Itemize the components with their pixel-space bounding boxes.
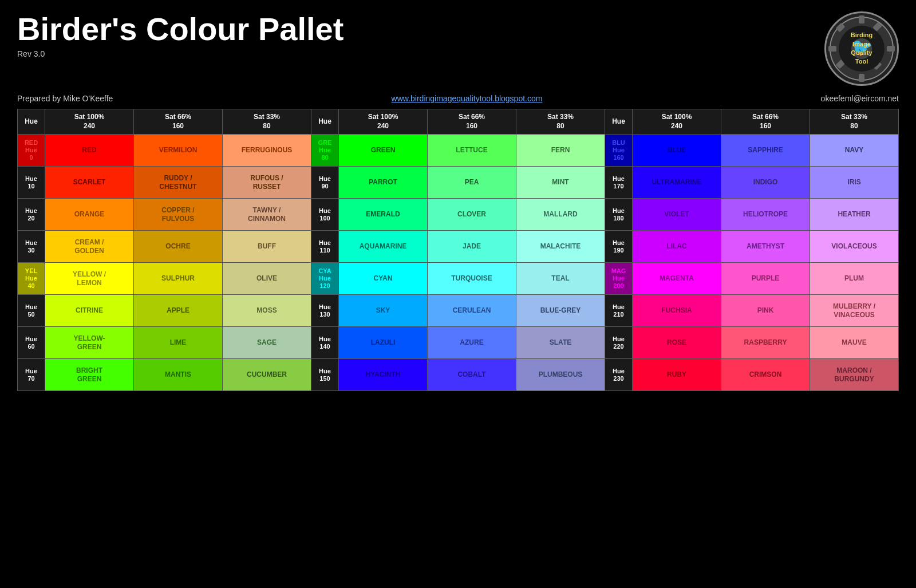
colour-cell: BUFF [223,231,311,263]
logo-text: BirdingImageQualityTool [851,31,873,66]
hue-label-1: Hue70 [18,359,45,391]
colour-cell: VERMILION [134,135,223,167]
hue-label-3: Hue180 [605,199,633,231]
colour-cell: PARROT [339,167,428,199]
colour-cell: MANTIS [134,359,223,391]
colour-cell: NAVY [810,135,899,167]
hue-label-1: Hue50 [18,295,45,327]
colour-cell: PURPLE [721,263,810,295]
colour-cell: TURQUOISE [428,263,516,295]
colour-cell: TAWNY /CINNAMON [223,199,311,231]
colour-cell: LAZULI [339,327,428,359]
colour-cell: MAUVE [810,327,899,359]
meta-row: Prepared by Mike O'Keeffe www.birdingima… [0,92,916,109]
col-sat66-1: Sat 66%160 [134,109,223,135]
col-sat33-3: Sat 33%80 [810,109,899,135]
svg-rect-4 [887,46,895,52]
colour-cell: RUFOUS /RUSSET [223,167,311,199]
colour-cell: AQUAMARINE [339,231,428,263]
colour-cell: ULTRAMARINE [633,167,721,199]
colour-cell: COBALT [428,359,516,391]
hue-label-3: Hue210 [605,295,633,327]
colour-cell: ROSE [633,327,721,359]
colour-cell: VIOLET [633,199,721,231]
email: okeefeml@eircom.net [821,94,899,103]
svg-rect-2 [859,74,864,82]
colour-cell: SAPPHIRE [721,135,810,167]
page-title: Birder's Colour Pallet [17,11,344,47]
colour-cell: RED [45,135,134,167]
table-row: YELHue40YELLOW /LEMONSULPHUROLIVECYAHue1… [18,263,899,295]
colour-cell: ORANGE [45,199,134,231]
col-hue1: Hue [18,109,45,135]
hue-label-1: REDHue0 [18,135,45,167]
hue-label-2: Hue130 [311,295,339,327]
hue-label-3: BLUHue160 [605,135,633,167]
colour-cell: LIME [134,327,223,359]
colour-cell: HELIOTROPE [721,199,810,231]
hue-label-1: YELHue40 [18,263,45,295]
hue-label-3: Hue230 [605,359,633,391]
hue-label-2: Hue90 [311,167,339,199]
colour-cell: AMETHYST [721,231,810,263]
table-row: Hue30CREAM /GOLDENOCHREBUFFHue110AQUAMAR… [18,231,899,263]
colour-cell: FERN [516,135,605,167]
hue-label-2: Hue100 [311,199,339,231]
col-hue2: Hue [311,109,339,135]
prepared-by: Prepared by Mike O'Keeffe [17,94,113,103]
table-row: Hue70BRIGHTGREENMANTISCUCUMBERHue150HYAC… [18,359,899,391]
website-link[interactable]: www.birdingimagequalitytool.blogspot.com [392,94,543,103]
col-sat100-1: Sat 100%240 [45,109,134,135]
col-sat33-2: Sat 33%80 [516,109,605,135]
colour-cell: TEAL [516,263,605,295]
colour-cell: OCHRE [134,231,223,263]
colour-cell: CRIMSON [721,359,810,391]
title-block: Birder's Colour Pallet Rev 3.0 [17,11,344,58]
table-row: Hue60YELLOW-GREENLIMESAGEHue140LAZULIAZU… [18,327,899,359]
table-row: Hue50CITRINEAPPLEMOSSHue130SKYCERULEANBL… [18,295,899,327]
colour-cell: RASPBERRY [721,327,810,359]
colour-cell: RUBY [633,359,721,391]
colour-table: Hue Sat 100%240 Sat 66%160 Sat 33%80 Hue… [17,109,899,391]
colour-cell: INDIGO [721,167,810,199]
colour-cell: EMERALD [339,199,428,231]
colour-cell: PINK [721,295,810,327]
hue-label-2: Hue140 [311,327,339,359]
hue-label-2: Hue150 [311,359,339,391]
colour-cell: COPPER /FULVOUS [134,199,223,231]
colour-cell: SAGE [223,327,311,359]
hue-label-1: Hue20 [18,199,45,231]
table-header-row: Hue Sat 100%240 Sat 66%160 Sat 33%80 Hue… [18,109,899,135]
colour-cell: HEATHER [810,199,899,231]
table-row: Hue10SCARLETRUDDY /CHESTNUTRUFOUS /RUSSE… [18,167,899,199]
col-sat100-2: Sat 100%240 [339,109,428,135]
hue-label-1: Hue60 [18,327,45,359]
colour-cell: CREAM /GOLDEN [45,231,134,263]
colour-cell: FUCHSIA [633,295,721,327]
colour-cell: BLUE [633,135,721,167]
colour-cell: CUCUMBER [223,359,311,391]
hue-label-2: Hue110 [311,231,339,263]
colour-cell: APPLE [134,295,223,327]
hue-label-2: GREHue80 [311,135,339,167]
colour-cell: BRIGHTGREEN [45,359,134,391]
colour-cell: CITRINE [45,295,134,327]
colour-cell: MALLARD [516,199,605,231]
colour-cell: LETTUCE [428,135,516,167]
logo: 🐦 BirdingImageQualityTool [824,11,899,86]
svg-rect-1 [859,15,864,23]
colour-cell: SKY [339,295,428,327]
hue-label-3: Hue190 [605,231,633,263]
hue-label-3: Hue170 [605,167,633,199]
colour-cell: JADE [428,231,516,263]
hue-label-1: Hue30 [18,231,45,263]
colour-cell: MOSS [223,295,311,327]
hue-label-3: Hue220 [605,327,633,359]
col-sat33-1: Sat 33%80 [223,109,311,135]
colour-cell: IRIS [810,167,899,199]
svg-rect-3 [828,46,836,52]
table-row: REDHue0REDVERMILIONFERRUGINOUSGREHue80GR… [18,135,899,167]
colour-cell: CYAN [339,263,428,295]
colour-cell: VIOLACEOUS [810,231,899,263]
hue-label-1: Hue10 [18,167,45,199]
